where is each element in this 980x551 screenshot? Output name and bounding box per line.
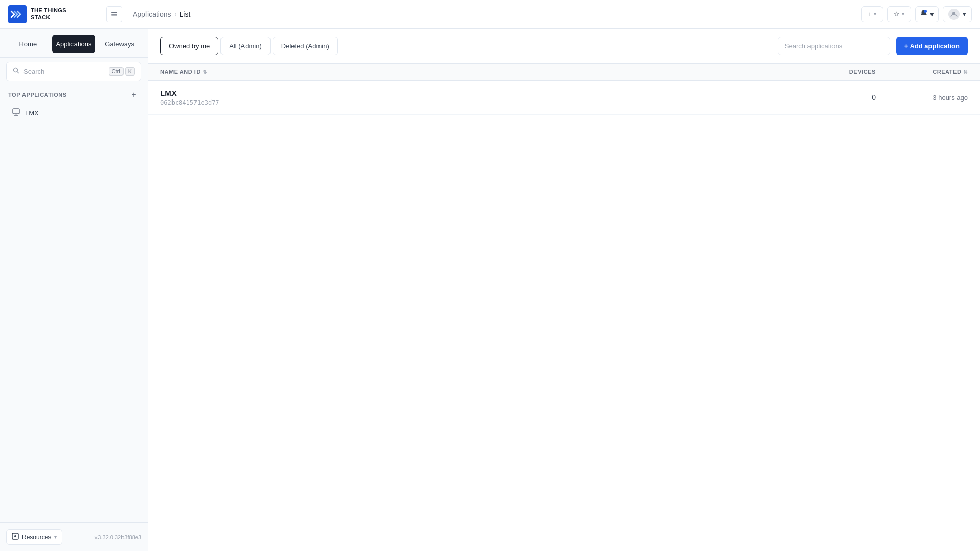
svg-rect-2 (111, 14, 117, 15)
content-header: Owned by me All (Admin) Deleted (Admin) … (148, 29, 980, 64)
keyboard-shortcut: Ctrl K (109, 67, 135, 76)
app-name: LMX (160, 89, 815, 97)
sidebar-search-box[interactable]: Search Ctrl K (6, 62, 141, 81)
search-applications-input[interactable] (778, 37, 890, 55)
applications-table: NAME AND ID ⇅ DEVICES CREATED ⇅ LMX 062b… (148, 64, 980, 551)
content-area: Owned by me All (Admin) Deleted (Admin) … (148, 29, 980, 551)
search-label: Search (23, 68, 105, 76)
table-row[interactable]: LMX 062bc841571e3d77 0 3 hours ago (148, 81, 980, 115)
svg-point-9 (14, 535, 16, 537)
add-application-button[interactable]: + Add application (896, 37, 968, 55)
user-avatar (948, 9, 960, 20)
sidebar-bottom: Resources ▾ v3.32.0.32b3f88e3 (0, 522, 148, 551)
sort-icon: ⇅ (203, 69, 207, 75)
filter-tab-owned-by-me[interactable]: Owned by me (160, 37, 218, 55)
star-icon: ☆ (894, 10, 900, 18)
top-bar: THE THINGS STACK Applications › List + ▾… (0, 0, 980, 29)
filter-tab-deleted-admin[interactable]: Deleted (Admin) (273, 37, 338, 55)
sidebar-nav-gateways[interactable]: Gateways (97, 35, 141, 53)
user-menu-button[interactable]: ▾ (943, 6, 972, 22)
ttn-logo-icon (8, 5, 27, 23)
filter-tabs: Owned by me All (Admin) Deleted (Admin) (160, 37, 338, 55)
chevron-down-icon: ▾ (963, 10, 966, 18)
resources-button[interactable]: Resources ▾ (6, 529, 62, 545)
top-applications-header: Top applications + (0, 85, 148, 104)
breadcrumb-current: List (180, 10, 191, 18)
sidebar-nav: Home Applications Gateways (0, 29, 148, 58)
logo-text: THE THINGS STACK (31, 7, 66, 20)
header-name-id: NAME AND ID ⇅ (160, 69, 815, 75)
app-name-id-cell: LMX 062bc841571e3d77 (160, 89, 815, 106)
svg-rect-3 (111, 15, 117, 16)
svg-rect-7 (13, 109, 19, 114)
sidebar-nav-applications[interactable]: Applications (52, 35, 96, 53)
resources-chevron-icon: ▾ (54, 534, 57, 540)
filter-tab-all-admin[interactable]: All (Admin) (220, 37, 271, 55)
breadcrumb-separator: › (175, 11, 177, 18)
header-devices: DEVICES (815, 69, 876, 75)
sidebar-item-lmx-label: LMX (25, 109, 39, 117)
top-applications-title: Top applications (8, 92, 67, 98)
sort-icon: ⇅ (963, 69, 968, 75)
search-icon (13, 67, 19, 76)
chevron-down-icon: ▾ (930, 10, 934, 19)
app-devices-count: 0 (815, 93, 876, 102)
svg-point-4 (924, 10, 927, 13)
resources-icon (12, 533, 19, 541)
app-created-time: 3 hours ago (876, 94, 968, 102)
resources-label: Resources (22, 534, 51, 541)
sidebar-item-lmx[interactable]: LMX (4, 104, 143, 121)
app-id: 062bc841571e3d77 (160, 99, 815, 106)
chevron-down-icon: ▾ (874, 11, 876, 17)
version-text: v3.32.0.32b3f88e3 (95, 534, 141, 540)
plus-icon: + (868, 10, 872, 18)
application-icon (12, 108, 20, 117)
sidebar-toggle-button[interactable] (106, 6, 122, 22)
bell-icon (920, 9, 928, 19)
add-application-sidebar-button[interactable]: + (128, 89, 139, 101)
notifications-button[interactable]: ▾ (915, 6, 939, 22)
top-bar-actions: + ▾ ☆ ▾ ▾ ▾ (861, 6, 972, 22)
svg-rect-1 (111, 12, 117, 13)
table-header: NAME AND ID ⇅ DEVICES CREATED ⇅ (148, 64, 980, 81)
chevron-down-icon: ▾ (902, 11, 904, 17)
breadcrumb: Applications › List (133, 10, 855, 18)
header-created: CREATED ⇅ (876, 69, 968, 75)
breadcrumb-applications-link[interactable]: Applications (133, 10, 172, 18)
logo-area: THE THINGS STACK (8, 5, 100, 23)
sidebar-nav-home[interactable]: Home (6, 35, 50, 53)
create-button[interactable]: + ▾ (861, 6, 883, 22)
sidebar: Home Applications Gateways Search Ctrl K… (0, 29, 148, 551)
main-area: Home Applications Gateways Search Ctrl K… (0, 29, 980, 551)
bookmarks-button[interactable]: ☆ ▾ (887, 6, 911, 22)
